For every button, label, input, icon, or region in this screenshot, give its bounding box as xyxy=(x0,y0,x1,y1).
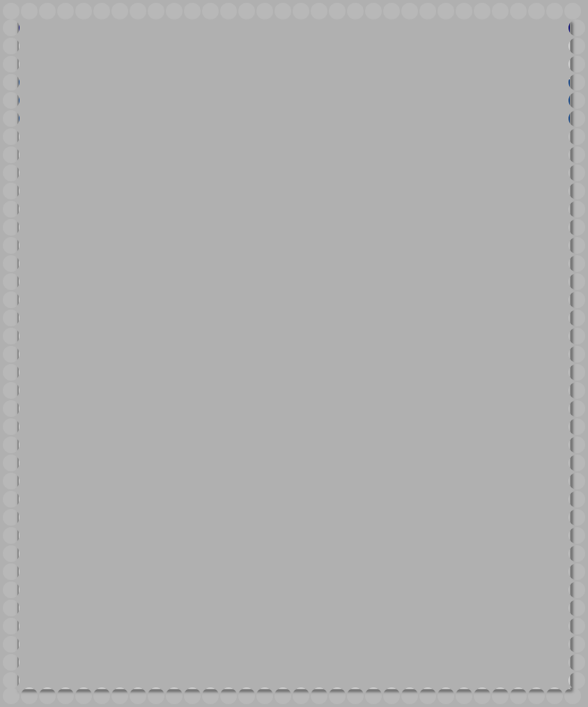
tabs-bar: Vehicle Repair Estimator TSB Maintenance… xyxy=(19,98,570,119)
video-button[interactable]: 🎬 xyxy=(514,54,539,77)
watermark: ivy_alansh xyxy=(308,599,493,641)
home-button[interactable]: 🏠 xyxy=(22,54,47,77)
about-close-button[interactable]: × xyxy=(495,135,504,144)
repair-current-users-value: 0 xyxy=(434,286,449,298)
repair-group: Repair Product Status Unknown Maximum Nu… xyxy=(245,257,503,307)
menu-file[interactable]: File xyxy=(22,40,38,50)
shared-path: C:\Mitchell1\OnDemand5\Shared xyxy=(279,368,497,381)
main-window: OD OnDemand5 _ □ × File View Links Setup… xyxy=(17,21,571,690)
estimator-current-users-row: Current Number of Users: 0 User List... xyxy=(252,340,497,352)
svg-point-11 xyxy=(184,3,201,20)
menu-view[interactable]: View xyxy=(47,40,68,50)
svg-point-27 xyxy=(474,3,490,20)
svg-point-6 xyxy=(93,3,110,20)
svg-point-25 xyxy=(438,3,454,20)
repair-view-license-button[interactable]: View License xyxy=(446,271,497,284)
about-title-bar: About OnDemand5 × xyxy=(240,132,509,146)
year-select[interactable]: 2014 xyxy=(33,191,158,206)
repair-group-title: Repair xyxy=(252,253,279,261)
products-select[interactable] xyxy=(33,304,158,319)
svg-point-17 xyxy=(293,3,309,20)
shared-folder-title: Shared Folder xyxy=(252,360,306,369)
model-select[interactable]: – Please Select – xyxy=(33,266,158,282)
toolbar: 🏠 ↩ ✏ ℹ 🖨 OnDemand5 🎬 ❓ xyxy=(19,52,570,79)
shared-label: Shared xyxy=(252,371,274,379)
svg-point-13 xyxy=(220,3,237,20)
model-select-wrapper: – Please Select – xyxy=(33,266,158,282)
shared-row: Shared C:\Mitchell1\OnDemand5\Shared xyxy=(252,368,497,381)
vehicle-bar: 2014 Jeep Grand Cherokee xyxy=(19,79,570,98)
licensed-tech-1: SVG Viewer © 2001 Adobe Systems Incorpor… xyxy=(252,205,497,215)
make-select[interactable]: Jeep xyxy=(33,229,158,244)
svg-point-5 xyxy=(75,3,92,20)
svg-point-30 xyxy=(528,3,545,20)
ok-button[interactable]: OK xyxy=(350,397,399,412)
svg-point-31 xyxy=(546,3,563,20)
title-bar: OD OnDemand5 _ □ × xyxy=(19,22,570,38)
repair-current-users-label: Current Number of Users: xyxy=(252,289,430,296)
back-button[interactable]: ↩ xyxy=(49,54,75,77)
repair-status: Product Status Unknown xyxy=(252,261,497,268)
svg-point-16 xyxy=(274,3,291,20)
help-button[interactable]: ❓ xyxy=(542,54,567,77)
svg-point-24 xyxy=(419,3,436,20)
menu-setup[interactable]: Setup xyxy=(106,40,130,50)
repair-user-list-button[interactable]: User List... xyxy=(454,286,497,298)
repair-max-users-row: Maximum Number of Users: 0 View License xyxy=(252,271,497,284)
estimator-view-license-button[interactable]: View License xyxy=(446,325,497,337)
year-select-wrapper: 2014 xyxy=(33,191,158,206)
svg-point-18 xyxy=(311,3,327,20)
copyright-text: ©2011 Mitchell Repair Information Compan… xyxy=(280,164,451,176)
edit-button[interactable]: ✏ xyxy=(77,54,102,77)
status-bar xyxy=(19,675,570,689)
svg-point-29 xyxy=(510,3,527,20)
svg-point-21 xyxy=(365,3,382,20)
products-label: Products xyxy=(33,291,217,301)
restore-button[interactable]: □ xyxy=(543,25,555,35)
svg-point-10 xyxy=(166,3,183,20)
products-group: Products xyxy=(33,291,217,319)
svg-point-26 xyxy=(456,3,472,20)
info-button[interactable]: ℹ xyxy=(105,54,130,77)
svg-point-32 xyxy=(564,3,581,20)
svg-point-23 xyxy=(401,3,418,20)
svg-point-8 xyxy=(130,3,146,20)
year-label: Year xyxy=(33,178,217,188)
about-ok-row: OK xyxy=(245,391,503,415)
licensed-tech-4: DynaZIP-32 © 1995-2000 by Inner Media, I… xyxy=(252,236,497,247)
shared-folder-group: Shared Folder Shared C:\Mitchell1\OnDema… xyxy=(245,365,503,387)
estimator-max-users-label: Maximum Number of Users: xyxy=(252,328,422,335)
close-button[interactable]: × xyxy=(556,25,567,35)
licensed-tech-group: Licensed Technologies Internet Explorer … xyxy=(245,187,503,253)
estimator-user-list-button[interactable]: User List... xyxy=(454,340,497,352)
products-select-wrapper xyxy=(33,304,158,319)
od5-logo: OD5 xyxy=(245,152,274,181)
repair-max-users-value: 0 xyxy=(426,271,442,284)
licensed-tech-3: ImageGear © 1996 AccuSoft Corporation xyxy=(252,226,497,236)
tab-maintenance[interactable]: Maintenance xyxy=(212,98,279,116)
print-button[interactable]: 🖨 xyxy=(133,54,158,77)
repair-current-users-row: Current Number of Users: 0 User List... xyxy=(252,286,497,298)
menu-links[interactable]: Links xyxy=(75,40,98,50)
about-version: OnDemand5, v5.8.2.35 ©2011 Mitchell Repa… xyxy=(280,152,451,175)
vehicle-label: 2014 Jeep Grand Cherokee xyxy=(22,83,132,95)
svg-point-7 xyxy=(111,3,128,20)
estimator-group: Estimator Product Status Unknown Maximum… xyxy=(245,311,503,360)
about-header: OD5 OnDemand5, v5.8.2.35 ©2011 Mitchell … xyxy=(245,152,503,181)
tab-vehicle[interactable]: Vehicle xyxy=(22,98,69,116)
svg-point-1 xyxy=(3,3,20,20)
content-area: Select a vehicle, then click a tab for t… xyxy=(19,124,570,683)
make-label: Make xyxy=(33,216,217,226)
tab-tsb[interactable]: TSB xyxy=(174,98,210,116)
estimator-group-title: Estimator xyxy=(252,307,289,315)
minimize-button[interactable]: _ xyxy=(531,25,542,35)
tab-quote[interactable]: Quote xyxy=(281,98,324,116)
tab-estimator[interactable]: Estimator xyxy=(116,98,173,116)
svg-point-14 xyxy=(238,3,255,20)
tab-repair[interactable]: Repair xyxy=(70,98,115,116)
menu-bar: File View Links Setup Help xyxy=(19,38,570,52)
menu-help[interactable]: Help xyxy=(139,40,159,50)
repair-max-users-label: Maximum Number of Users: xyxy=(252,274,422,282)
svg-point-2 xyxy=(21,3,38,20)
licensed-tech-title: Licensed Technologies xyxy=(252,183,334,191)
